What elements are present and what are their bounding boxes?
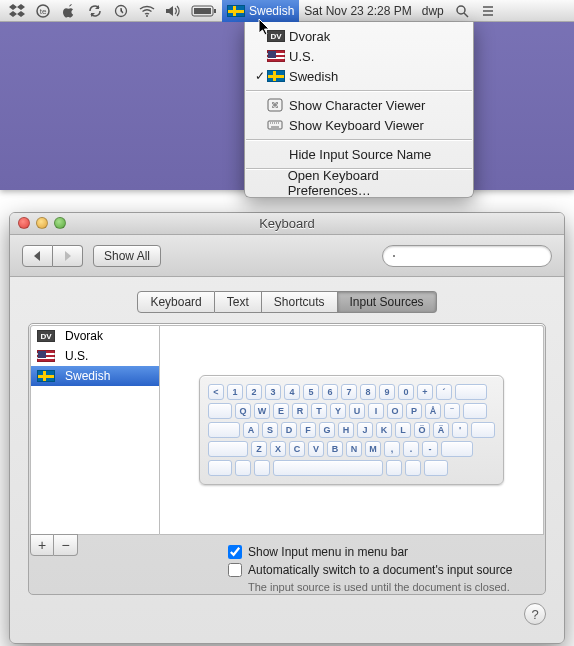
key: + bbox=[417, 384, 433, 400]
menubar-user[interactable]: dwp bbox=[417, 0, 449, 22]
key: W bbox=[254, 403, 270, 419]
key: R bbox=[292, 403, 308, 419]
key: I bbox=[368, 403, 384, 419]
wifi-icon[interactable] bbox=[134, 0, 160, 22]
textexpander-icon[interactable]: te bbox=[30, 0, 56, 22]
list-item[interactable]: DV Dvorak bbox=[31, 326, 159, 346]
key: M bbox=[365, 441, 381, 457]
dropdown-hide-input-name[interactable]: Hide Input Source Name bbox=[245, 144, 473, 164]
key: P bbox=[406, 403, 422, 419]
svg-text:te: te bbox=[40, 7, 47, 16]
input-source-list[interactable]: DV Dvorak U.S. Swedish bbox=[30, 325, 160, 535]
dropdown-item-us[interactable]: U.S. bbox=[245, 46, 473, 66]
apple-menu-icon[interactable] bbox=[56, 0, 82, 22]
key: X bbox=[270, 441, 286, 457]
window-titlebar: Keyboard bbox=[10, 213, 564, 235]
check-icon: ✓ bbox=[253, 69, 267, 83]
key: V bbox=[308, 441, 324, 457]
window-title: Keyboard bbox=[259, 216, 315, 231]
input-sources-panel: DV Dvorak U.S. Swedish <1234567890+´QWER… bbox=[28, 323, 546, 595]
key: T bbox=[311, 403, 327, 419]
key: F bbox=[300, 422, 316, 438]
menubar-datetime[interactable]: Sat Nov 23 2:28 PM bbox=[299, 0, 416, 22]
key: K bbox=[376, 422, 392, 438]
add-button[interactable]: + bbox=[30, 534, 54, 556]
spotlight-icon[interactable] bbox=[449, 0, 475, 22]
show-all-button[interactable]: Show All bbox=[93, 245, 161, 267]
key: J bbox=[357, 422, 373, 438]
auto-switch-checkbox[interactable]: Automatically switch to a document's inp… bbox=[228, 563, 512, 577]
key: O bbox=[387, 403, 403, 419]
dropdown-item-swedish[interactable]: ✓ Swedish bbox=[245, 66, 473, 86]
help-button[interactable]: ? bbox=[524, 603, 546, 625]
show-input-menu-checkbox[interactable]: Show Input menu in menu bar bbox=[228, 545, 512, 559]
dropdown-label: U.S. bbox=[289, 49, 314, 64]
menubar-screenshot: te Swedish Sat Nov 23 2:28 PM dwp DV Dvo… bbox=[0, 0, 574, 190]
dropdown-open-keyboard-prefs[interactable]: Open Keyboard Preferences… bbox=[245, 173, 473, 193]
key: ¨ bbox=[444, 403, 460, 419]
key: 8 bbox=[360, 384, 376, 400]
key: - bbox=[422, 441, 438, 457]
nav-back-forward bbox=[22, 245, 83, 267]
checkbox-label: Automatically switch to a document's inp… bbox=[248, 563, 512, 577]
close-button[interactable] bbox=[18, 217, 30, 229]
checkbox[interactable] bbox=[228, 563, 242, 577]
key: 6 bbox=[322, 384, 338, 400]
forward-button[interactable] bbox=[53, 245, 83, 267]
dropdown-show-keyboard-viewer[interactable]: Show Keyboard Viewer bbox=[245, 115, 473, 135]
key: E bbox=[273, 403, 289, 419]
list-item[interactable]: U.S. bbox=[31, 346, 159, 366]
key: S bbox=[262, 422, 278, 438]
key: U bbox=[349, 403, 365, 419]
list-item-label: Dvorak bbox=[65, 329, 103, 343]
key: Ö bbox=[414, 422, 430, 438]
key: Y bbox=[330, 403, 346, 419]
key: . bbox=[403, 441, 419, 457]
key: 9 bbox=[379, 384, 395, 400]
list-item-label: U.S. bbox=[65, 349, 88, 363]
dropdown-label: Show Character Viewer bbox=[289, 98, 425, 113]
notification-center-icon[interactable] bbox=[475, 0, 501, 22]
us-flag-icon bbox=[267, 50, 285, 62]
key: G bbox=[319, 422, 335, 438]
character-viewer-icon: ⌘ bbox=[267, 98, 289, 112]
dropdown-label: Swedish bbox=[289, 69, 338, 84]
svg-text:⌘: ⌘ bbox=[271, 101, 279, 110]
key: 7 bbox=[341, 384, 357, 400]
key: A bbox=[243, 422, 259, 438]
keyboard-preview: <1234567890+´QWERTYUIOPÅ¨ASDFGHJKLÖÄ'ZXC… bbox=[160, 325, 544, 535]
dropdown-item-dvorak[interactable]: DV Dvorak bbox=[245, 26, 473, 46]
volume-icon[interactable] bbox=[160, 0, 186, 22]
tab-input-sources[interactable]: Input Sources bbox=[338, 291, 437, 313]
svg-point-3 bbox=[146, 15, 148, 17]
remove-button[interactable]: − bbox=[54, 534, 78, 556]
tab-keyboard[interactable]: Keyboard bbox=[137, 291, 214, 313]
tab-text[interactable]: Text bbox=[215, 291, 262, 313]
sync-icon[interactable] bbox=[82, 0, 108, 22]
search-field-wrap bbox=[382, 245, 552, 267]
search-input[interactable] bbox=[382, 245, 552, 267]
back-button[interactable] bbox=[22, 245, 53, 267]
list-item[interactable]: Swedish bbox=[31, 366, 159, 386]
tab-shortcuts[interactable]: Shortcuts bbox=[262, 291, 338, 313]
key: B bbox=[327, 441, 343, 457]
input-source-dropdown: DV Dvorak U.S. ✓ Swedish ⌘ Show Characte… bbox=[244, 22, 474, 198]
dropdown-show-character-viewer[interactable]: ⌘ Show Character Viewer bbox=[245, 95, 473, 115]
key: 1 bbox=[227, 384, 243, 400]
key: Q bbox=[235, 403, 251, 419]
menu-bar: te Swedish Sat Nov 23 2:28 PM dwp bbox=[0, 0, 574, 22]
zoom-button[interactable] bbox=[54, 217, 66, 229]
cursor-icon bbox=[258, 18, 274, 38]
battery-icon[interactable] bbox=[186, 0, 222, 22]
timemachine-icon[interactable] bbox=[108, 0, 134, 22]
tab-bar: Keyboard Text Shortcuts Input Sources bbox=[137, 291, 436, 313]
add-remove-controls: + − bbox=[30, 534, 78, 593]
separator bbox=[246, 139, 472, 140]
sweden-flag-icon bbox=[37, 370, 55, 382]
key: ´ bbox=[436, 384, 452, 400]
dropbox-icon[interactable] bbox=[4, 0, 30, 22]
key: 4 bbox=[284, 384, 300, 400]
minimize-button[interactable] bbox=[36, 217, 48, 229]
dropdown-label: Show Keyboard Viewer bbox=[289, 118, 424, 133]
checkbox[interactable] bbox=[228, 545, 242, 559]
